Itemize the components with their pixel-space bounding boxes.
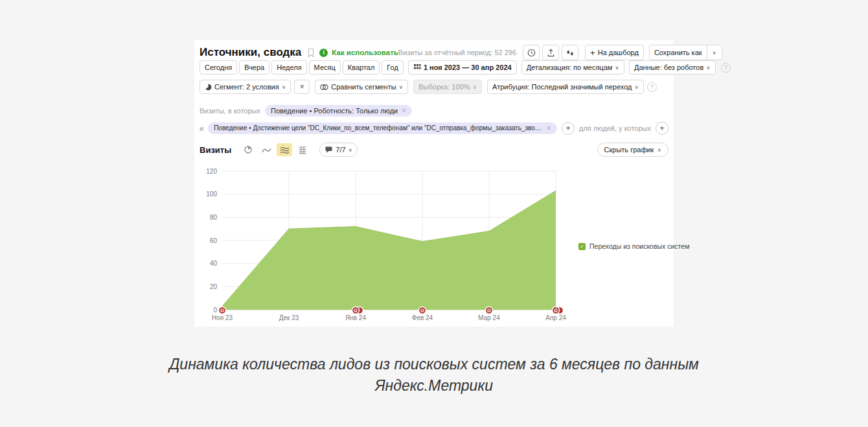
chevron-down-icon: ∨ <box>706 65 711 70</box>
chevron-down-icon: ∨ <box>615 65 619 70</box>
chevron-down-icon: ∨ <box>282 84 286 89</box>
area-chart-type-button[interactable] <box>277 143 292 156</box>
x-tick-label: Дек 23 <box>279 314 299 321</box>
data-mode-help-icon[interactable]: ? <box>721 63 731 73</box>
for-people-label: для людей, у которых <box>579 124 651 132</box>
chevron-down-icon: ∨ <box>712 50 716 55</box>
x-tick-label: Апр 24 <box>545 314 566 321</box>
area-series-search-traffic[interactable] <box>222 190 556 310</box>
line-chart-type-button[interactable] <box>258 143 274 156</box>
filter-row-goals: и Поведение • Достижение цели "DC_Клики_… <box>200 122 668 134</box>
add-to-dashboard-button[interactable]: + На дашборд <box>585 45 644 60</box>
pie-chart-icon <box>244 145 253 154</box>
figure-caption: Динамика количества лидов из поисковых с… <box>159 354 709 396</box>
y-tick-label: 40 <box>210 260 218 267</box>
save-as-button[interactable]: Сохранить как <box>649 45 707 60</box>
legend-label: Переходы из поисковых систем <box>589 242 689 250</box>
robotness-filter-chip[interactable]: Поведение • Роботность: Только люди × <box>265 105 412 117</box>
clock-button[interactable] <box>523 45 540 60</box>
attribution-dropdown[interactable]: Атрибуция: Последний значимый переход ∨ <box>487 80 644 94</box>
legend-checkbox[interactable]: ✓ <box>578 243 586 250</box>
segment-pie-icon <box>205 84 212 91</box>
segment-clear-button[interactable]: × <box>294 80 310 94</box>
data-mode-label: Данные: без роботов <box>634 63 703 71</box>
period-toolbar: Сегодня Вчера Неделя Месяц Квартал Год 1… <box>200 61 668 74</box>
segment-toolbar: Сегмент: 2 условия ∨ × Сравнить сегменты… <box>200 80 668 93</box>
table-chart-type-button[interactable] <box>295 143 310 156</box>
annotation-marker[interactable] <box>419 307 426 314</box>
filter-row-visits: Визиты, в которых Поведение • Роботность… <box>200 104 668 117</box>
chevron-down-icon: ∨ <box>634 84 639 89</box>
compare-segments-button[interactable]: Сравнить сегменты ∨ <box>315 80 408 94</box>
segments-users-button[interactable] <box>562 45 578 60</box>
and-label: и <box>200 124 203 132</box>
add-visit-condition-button[interactable]: + <box>562 122 575 135</box>
chevron-down-icon: ∨ <box>399 84 404 89</box>
x-tick-label: Ноя 23 <box>212 314 233 321</box>
period-button-quarter[interactable]: Квартал <box>343 60 380 75</box>
close-icon[interactable]: × <box>547 124 551 133</box>
export-icon <box>546 48 556 58</box>
line-chart-icon <box>262 146 271 154</box>
segment-dropdown[interactable]: Сегмент: 2 условия ∨ <box>200 80 291 94</box>
chart-section-title: Визиты <box>200 145 231 155</box>
x-tick-label: Янв 24 <box>345 314 366 321</box>
close-icon: × <box>300 82 304 91</box>
y-tick-label: 100 <box>206 190 217 198</box>
robotness-chip-label: Поведение • Роботность: Только люди <box>271 107 398 115</box>
y-tick-label: 20 <box>210 283 218 290</box>
hide-chart-button[interactable]: Скрыть график ∧ <box>597 143 668 157</box>
close-icon[interactable]: × <box>402 106 406 115</box>
period-button-week[interactable]: Неделя <box>271 60 306 75</box>
info-icon: i <box>319 49 328 57</box>
annotation-marker[interactable] <box>219 307 226 314</box>
export-button[interactable] <box>542 45 559 60</box>
drops-icon <box>565 48 575 58</box>
save-as-dropdown-button[interactable]: ∨ <box>707 45 722 60</box>
x-tick-label: Фев 24 <box>412 314 433 321</box>
period-visits-label: Визиты за отчётный период: 52 296 <box>398 49 516 56</box>
y-tick-label: 80 <box>210 214 218 221</box>
table-grid-icon <box>298 146 307 154</box>
sample-dropdown[interactable]: Выборка: 100% ∨ <box>413 80 482 94</box>
clock-icon <box>527 48 536 58</box>
chevron-down-icon: ∨ <box>472 84 477 89</box>
annotation-marker[interactable] <box>553 307 564 314</box>
y-tick-label: 0 <box>213 306 217 314</box>
annotation-marker[interactable] <box>352 307 363 314</box>
attribution-label: Атрибуция: Последний значимый переход <box>492 83 632 91</box>
date-range-button[interactable]: 1 ноя 2023 — 30 апр 2024 <box>408 60 517 75</box>
data-mode-dropdown[interactable]: Данные: без роботов ∨ <box>629 60 716 75</box>
detail-label: Детализация: по месяцам <box>527 63 613 71</box>
plus-icon: + <box>590 48 595 58</box>
period-button-year[interactable]: Год <box>382 60 404 75</box>
chevron-up-icon: ∧ <box>657 147 661 152</box>
detail-dropdown[interactable]: Детализация: по месяцам ∨ <box>521 60 624 75</box>
add-to-dashboard-label: На дашборд <box>598 49 639 56</box>
annotation-marker[interactable] <box>486 307 493 314</box>
period-button-yesterday[interactable]: Вчера <box>239 60 269 75</box>
period-button-month[interactable]: Месяц <box>309 60 341 75</box>
chevron-down-icon: ∨ <box>348 147 353 152</box>
figure-caption-wrap: Динамика количества лидов из поисковых с… <box>0 354 868 396</box>
comments-badge-button[interactable]: 7/7 ∨ <box>319 143 358 157</box>
y-tick-label: 120 <box>206 168 217 175</box>
segment-label: Сегмент: 2 условия <box>214 83 279 91</box>
attribution-help-icon[interactable]: ? <box>647 82 657 92</box>
report-header: Источники, сводка i Как использовать Виз… <box>200 44 668 61</box>
compare-segments-label: Сравнить сегменты <box>331 83 396 91</box>
period-button-today[interactable]: Сегодня <box>200 60 237 75</box>
add-people-condition-button[interactable]: + <box>656 122 668 135</box>
goal-filter-chip[interactable]: Поведение • Достижение цели "DC_Клики_по… <box>208 122 557 134</box>
how-to-use-link[interactable]: Как использовать <box>332 49 398 56</box>
sample-label: Выборка: 100% <box>418 83 470 91</box>
legend-item-search-traffic[interactable]: ✓ Переходы из поисковых систем <box>578 242 689 250</box>
page-title: Источники, сводка <box>200 46 301 59</box>
pie-chart-type-button[interactable] <box>240 143 256 156</box>
metrica-report-card: Источники, сводка i Как использовать Виз… <box>194 40 674 327</box>
speech-bubble-icon <box>325 146 333 154</box>
visits-in-which-label: Визиты, в которых <box>200 107 260 115</box>
bookmark-icon[interactable] <box>306 48 315 58</box>
chart-header: Визиты <box>200 143 668 157</box>
save-as-label: Сохранить как <box>654 49 702 56</box>
